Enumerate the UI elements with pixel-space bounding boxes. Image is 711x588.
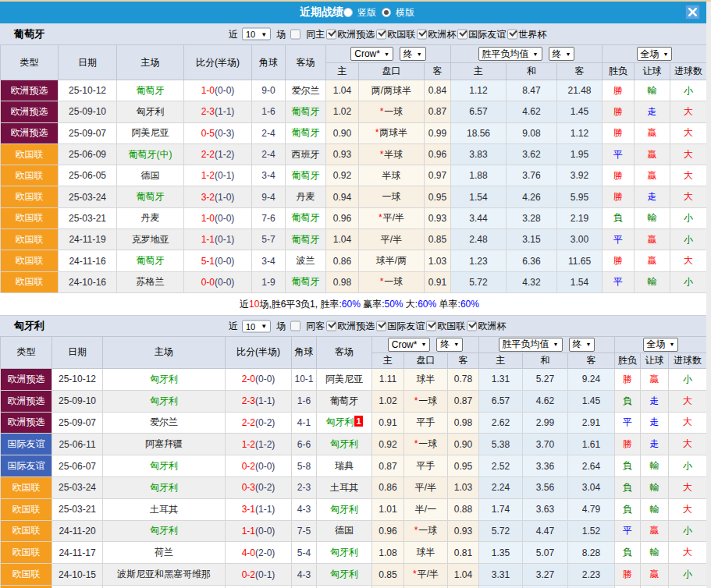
col-header-handicap-result: 让球	[641, 352, 669, 368]
handicap-result-cell: 輸	[635, 271, 670, 292]
league-checkbox-label[interactable]: 世界杯	[518, 27, 546, 41]
odds-stage-select[interactable]: 终▼	[400, 47, 426, 61]
col-header-type: 类型	[1, 336, 52, 368]
league-checkbox-label[interactable]: 欧洲杯	[428, 27, 456, 41]
avg-draw-cell: 3.15	[507, 229, 557, 250]
vertical-layout-radio[interactable]	[343, 8, 353, 17]
popup-titlebar: 近期战绩 竖版 横版	[0, 2, 706, 23]
score-cell: 1-1(0-1)	[184, 229, 252, 250]
league-checkbox[interactable]	[376, 321, 386, 331]
chevron-down-icon: ▼	[553, 342, 559, 347]
league-checkbox[interactable]	[326, 321, 336, 331]
league-checkbox-label[interactable]: 欧洲预选	[337, 320, 375, 333]
avg-stage-select[interactable]: 终▼	[569, 338, 595, 352]
result-cell	[615, 585, 641, 588]
same-venue-checkbox[interactable]	[290, 29, 300, 39]
league-checkbox-label[interactable]: 欧洲预选	[337, 27, 375, 41]
avg-odds-select[interactable]: 胜平负均值▼	[499, 338, 563, 352]
result-cell: 負	[615, 476, 641, 498]
match-count-select[interactable]: 10▼	[242, 28, 271, 41]
avg-stage-select[interactable]: 终▼	[549, 47, 575, 61]
avg-draw-cell	[523, 585, 568, 588]
avg-home-cell: 5.72	[451, 271, 507, 292]
league-checkbox[interactable]	[457, 29, 467, 39]
odds-stage-select[interactable]: 终▼	[436, 338, 463, 352]
handicap-cell	[404, 585, 448, 588]
record-summary: 近10场,胜6平3负1, 胜率:60% 赢率:50% 大:60% 单率:60%	[0, 293, 706, 316]
vertical-layout-label[interactable]: 竖版	[357, 6, 376, 19]
match-row: 欧国联24-10-15波斯尼亚和黑塞哥维那0-2(0-1)4-3匈牙利0.85*…	[1, 564, 707, 586]
home-team-cell: 波斯尼亚和黑塞哥维那	[103, 564, 226, 586]
avg-away-cell: 1.54	[557, 271, 603, 292]
away-team-cell: 匈牙利	[317, 498, 372, 520]
avg-away-cell: 3.00	[557, 229, 603, 250]
summary-segment: 大:	[403, 298, 418, 311]
league-checkbox[interactable]	[376, 29, 386, 39]
close-icon	[688, 8, 697, 16]
home-odds-cell: 0.94	[326, 186, 359, 207]
horizontal-layout-radio[interactable]	[382, 8, 391, 17]
score-cell: 0-2(0-1)	[226, 564, 292, 586]
score-cell: 0-3(0-2)	[226, 476, 292, 498]
scope-select[interactable]: 全场▼	[637, 47, 673, 61]
result-cell: 平	[615, 520, 641, 542]
away-team-cell: 波兰	[286, 250, 326, 271]
corner-cell: 9-0	[252, 80, 286, 101]
home-odds-cell: 0.90	[326, 122, 359, 143]
close-button[interactable]	[685, 5, 700, 19]
handicap-result-cell: 輸	[635, 80, 670, 101]
date-cell: 24-11-16	[59, 250, 117, 271]
match-row: 欧国联24-10-16苏格兰0-0(0-0)1-9葡萄牙0.98*一球0.915…	[1, 271, 707, 292]
league-checkbox-label[interactable]: 国际友谊	[387, 320, 425, 333]
league-checkbox-label[interactable]: 欧国联	[387, 27, 415, 41]
handicap-cell: 球半	[404, 368, 448, 390]
home-odds-cell: 0.98	[326, 271, 359, 292]
match-row: 欧洲预选25-09-10匈牙利2-3(1-1)1-6葡萄牙1.02*一球0.87…	[1, 390, 707, 412]
score-cell: 1-2(0-1)	[184, 165, 252, 186]
league-checkbox-label[interactable]: 国际友谊	[468, 27, 506, 41]
horizontal-layout-label[interactable]: 横版	[396, 6, 414, 19]
goals-cell: 大	[669, 542, 707, 564]
home-odds-cell: 1.11	[372, 368, 404, 390]
avg-away-cell: 1.95	[557, 143, 603, 165]
date-cell: 25-06-11	[52, 434, 103, 455]
handicap-result-cell: 走	[641, 390, 669, 412]
league-checkbox[interactable]	[507, 29, 517, 39]
handicap-result-cell: 贏	[641, 520, 669, 542]
handicap-result-cell: 走	[641, 434, 669, 455]
col-header-odds-away: 客	[425, 63, 451, 80]
date-cell: 24-11-20	[52, 520, 103, 542]
avg-draw-cell: 3.62	[507, 143, 557, 165]
same-venue-checkbox[interactable]	[290, 321, 300, 331]
avg-away-cell: 1.52	[568, 520, 615, 542]
away-odds-cell: 0.88	[448, 498, 479, 520]
avg-draw-cell: 5.27	[523, 368, 568, 390]
home-team-cell: 葡萄牙	[117, 186, 184, 207]
match-count-select[interactable]: 10▼	[242, 320, 271, 332]
same-venue-label[interactable]: 同客	[306, 320, 325, 333]
chevron-down-icon: ▼	[261, 30, 267, 37]
odds-company-select[interactable]: Crow*▼	[350, 47, 393, 61]
goals-cell: 小	[669, 455, 707, 477]
league-checkbox[interactable]	[426, 321, 436, 331]
scope-select[interactable]: 全场▼	[643, 338, 679, 352]
corner-cell: 4-3	[292, 564, 317, 586]
goals-cell: 小	[670, 271, 707, 292]
avg-odds-select[interactable]: 胜平负均值▼	[478, 47, 542, 61]
home-team-cell: 匈牙利	[117, 101, 184, 122]
same-venue-label[interactable]: 同主	[306, 27, 325, 41]
match-row: 欧国联24-11-16葡萄牙5-1(0-0)3-4波兰0.86球半/两1.031…	[1, 250, 707, 271]
handicap-result-cell: 輸	[641, 455, 669, 477]
odds-company-select[interactable]: Crow*▼	[388, 338, 431, 352]
date-cell: 25-06-07	[52, 455, 103, 477]
league-checkbox-label[interactable]: 欧国联	[437, 320, 465, 333]
avg-home-cell: 5.38	[479, 434, 523, 455]
avg-home-cell	[479, 585, 523, 588]
match-row: 国际友谊25-06-07匈牙利0-2(0-0)5-8瑞典0.87平手0.952.…	[1, 455, 707, 477]
league-checkbox[interactable]	[326, 29, 336, 39]
league-checkbox[interactable]	[467, 321, 477, 331]
unit-label: 场	[276, 320, 286, 333]
league-checkbox[interactable]	[417, 29, 427, 39]
league-checkbox-label[interactable]: 欧洲杯	[478, 320, 506, 333]
home-odds-cell: 1.08	[372, 542, 404, 564]
